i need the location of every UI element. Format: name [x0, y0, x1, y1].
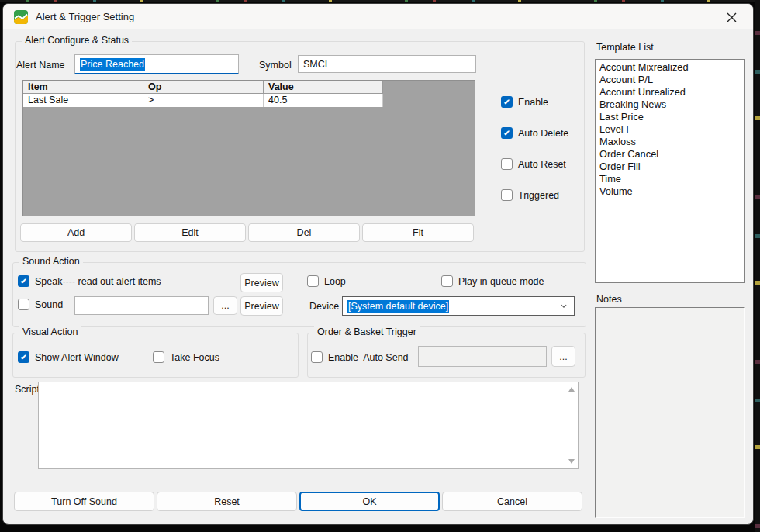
- script-label: Script: [15, 383, 40, 396]
- notes-box[interactable]: [595, 307, 745, 518]
- basket-input[interactable]: [418, 346, 547, 367]
- list-item[interactable]: Order Cancel: [596, 148, 744, 161]
- loop-checkbox[interactable]: Loop: [307, 275, 346, 287]
- checkbox-unchecked-icon: [501, 189, 513, 201]
- script-textarea[interactable]: [38, 382, 579, 469]
- sound-action-group: Sound Action: [12, 262, 586, 327]
- checkbox-label: Enable: [518, 97, 548, 108]
- alert-name-value: Price Reached: [80, 58, 145, 71]
- speak-checkbox[interactable]: ✔ Speak---- read out alert items: [18, 275, 161, 287]
- title-bar[interactable]: Alert & Trigger Setting: [3, 4, 753, 29]
- group-title: Order & Basket Trigger: [314, 326, 420, 337]
- device-label: Device: [309, 300, 339, 313]
- group-title: Visual Action: [19, 326, 81, 337]
- speak-preview-button[interactable]: Preview: [240, 273, 283, 292]
- list-item[interactable]: Maxloss: [596, 136, 744, 148]
- script-scrollbar[interactable]: [565, 383, 577, 468]
- group-title: Alert Configure & Status: [22, 35, 132, 46]
- checkbox-label: Triggered: [518, 190, 559, 201]
- show-alert-window-checkbox[interactable]: ✔ Show Alert Window: [18, 351, 119, 363]
- checkbox-label: Sound: [35, 299, 63, 310]
- column-header-op[interactable]: Op: [143, 81, 264, 94]
- checkbox-unchecked-icon: [311, 351, 323, 363]
- turn-off-sound-button[interactable]: Turn Off Sound: [14, 492, 154, 511]
- list-item[interactable]: Breaking News: [596, 98, 744, 111]
- notes-label: Notes: [596, 293, 622, 306]
- checkbox-unchecked-icon: [307, 275, 319, 287]
- column-header-item[interactable]: Item: [23, 81, 143, 94]
- checkbox-unchecked-icon: [18, 299, 29, 310]
- table-row[interactable]: Last Sale > 40.5: [23, 94, 475, 107]
- ok-button[interactable]: OK: [299, 492, 440, 511]
- alert-name-input[interactable]: Price Reached: [74, 54, 239, 74]
- checkbox-label: Auto Delete: [518, 128, 568, 139]
- play-queue-checkbox[interactable]: Play in queue mode: [441, 275, 544, 287]
- alert-trigger-dialog: Alert & Trigger Setting Alert Configure …: [2, 3, 754, 525]
- enable-checkbox[interactable]: ✔ Enable: [501, 96, 548, 108]
- sound-browse-button[interactable]: ...: [213, 296, 237, 315]
- cell-op: >: [143, 94, 264, 107]
- checkbox-unchecked-icon: [501, 158, 513, 170]
- auto-delete-checkbox[interactable]: ✔ Auto Delete: [501, 127, 568, 139]
- cell-value: 40.5: [264, 94, 383, 107]
- sound-file-input[interactable]: [74, 296, 209, 315]
- symbol-label: Symbol: [259, 59, 292, 71]
- reset-button[interactable]: Reset: [157, 492, 297, 511]
- list-item[interactable]: Account P/L: [596, 74, 744, 86]
- del-button[interactable]: Del: [248, 223, 360, 242]
- group-title: Sound Action: [19, 256, 83, 267]
- template-list[interactable]: Account Mixrealized Account P/L Account …: [595, 59, 745, 283]
- conditions-table[interactable]: Item Op Value Last Sale > 40.5: [22, 80, 475, 216]
- list-item[interactable]: Order Fill: [596, 161, 744, 173]
- scroll-up-icon[interactable]: [568, 387, 575, 392]
- chevron-down-icon: [561, 303, 567, 309]
- enable-auto-send-checkbox[interactable]: Enable Auto Send: [311, 351, 409, 363]
- scroll-down-icon[interactable]: [568, 459, 575, 464]
- list-item[interactable]: Account Mixrealized: [596, 61, 744, 74]
- symbol-input[interactable]: SMCI: [298, 55, 476, 73]
- column-header-value[interactable]: Value: [264, 81, 383, 94]
- checkbox-checked-icon: ✔: [18, 351, 29, 363]
- list-item[interactable]: Volume: [596, 185, 744, 198]
- list-item[interactable]: Last Price: [596, 111, 744, 123]
- device-select[interactable]: [System default device]: [342, 296, 575, 316]
- device-value: [System default device]: [347, 300, 449, 313]
- auto-reset-checkbox[interactable]: Auto Reset: [501, 158, 566, 170]
- checkbox-label: Take Focus: [170, 352, 219, 363]
- symbol-value: SMCI: [303, 59, 327, 70]
- sound-preview-button[interactable]: Preview: [240, 296, 283, 316]
- checkbox-label: Enable Auto Send: [328, 352, 409, 363]
- basket-browse-button[interactable]: ...: [551, 346, 575, 367]
- triggered-checkbox[interactable]: Triggered: [501, 189, 559, 201]
- table-header-row: Item Op Value: [23, 81, 475, 94]
- checkbox-checked-icon: ✔: [501, 96, 513, 108]
- close-icon[interactable]: [719, 9, 744, 26]
- sound-checkbox[interactable]: Sound: [18, 299, 63, 310]
- template-list-label: Template List: [596, 41, 654, 54]
- checkbox-label: Play in queue mode: [458, 276, 544, 287]
- edit-button[interactable]: Edit: [134, 223, 246, 242]
- fit-button[interactable]: Fit: [362, 223, 474, 242]
- add-button[interactable]: Add: [20, 223, 132, 242]
- background-artifacts-top: [0, 0, 760, 2]
- list-item[interactable]: Level I: [596, 123, 744, 136]
- checkbox-label: Speak---- read out alert items: [35, 276, 161, 287]
- checkbox-label: Loop: [324, 276, 346, 287]
- list-item[interactable]: Account Unrealized: [596, 86, 744, 98]
- checkbox-checked-icon: ✔: [501, 127, 513, 139]
- window-title: Alert & Trigger Setting: [36, 11, 134, 22]
- list-item[interactable]: Time: [596, 173, 744, 185]
- take-focus-checkbox[interactable]: Take Focus: [153, 351, 219, 363]
- app-icon: [14, 10, 28, 24]
- cancel-button[interactable]: Cancel: [442, 492, 582, 511]
- checkbox-label: Auto Reset: [518, 159, 566, 170]
- checkbox-label: Show Alert Window: [35, 352, 119, 363]
- cell-item: Last Sale: [23, 94, 143, 107]
- checkbox-unchecked-icon: [153, 351, 164, 363]
- background-artifacts-right: [755, 0, 760, 532]
- checkbox-unchecked-icon: [441, 275, 453, 287]
- alert-name-label: Alert Name: [16, 59, 65, 71]
- checkbox-checked-icon: ✔: [18, 275, 29, 287]
